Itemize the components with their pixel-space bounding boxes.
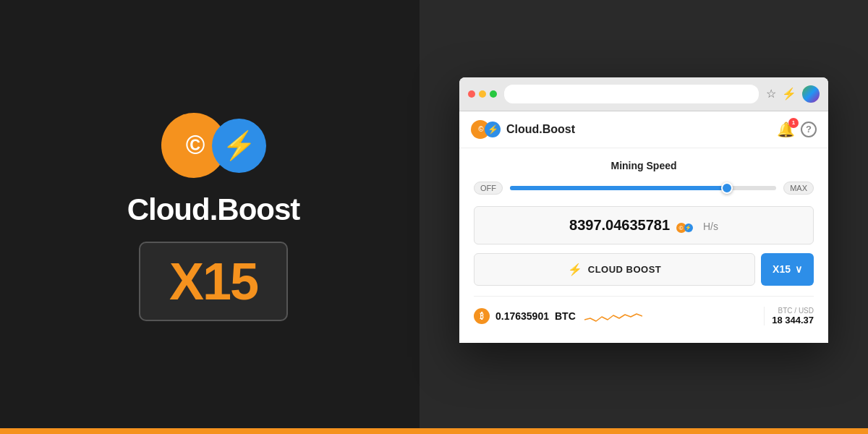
btc-value: 0.17635901 bbox=[495, 310, 549, 322]
x15-multiplier-button[interactable]: X15 ∨ bbox=[761, 253, 814, 286]
popup-header: © ⚡ Cloud.Boost 🔔 1 ? bbox=[459, 111, 828, 148]
slider-thumb[interactable] bbox=[721, 182, 733, 194]
browser-avatar[interactable] bbox=[802, 85, 820, 103]
hashrate-icon: © ⚡ bbox=[676, 223, 693, 233]
sparkline-svg bbox=[584, 304, 642, 326]
cc-icon: © bbox=[185, 130, 202, 161]
sparkline-chart bbox=[584, 304, 755, 328]
btc-usd-value: 18 344.37 bbox=[772, 315, 814, 326]
slider-fill bbox=[510, 186, 728, 190]
close-dot[interactable] bbox=[468, 90, 475, 98]
chevron-down-icon: ∨ bbox=[795, 263, 802, 275]
mini-cc-icon: © bbox=[478, 125, 482, 133]
mining-section: Mining Speed OFF MAX 8397.04635781 bbox=[459, 148, 828, 343]
cloud-boost-button[interactable]: ⚡ CLOUD BOOST bbox=[474, 253, 755, 286]
mini-bolt-icon: ⚡ bbox=[488, 124, 498, 135]
hashrate-value: 8397.04635781 bbox=[569, 217, 670, 233]
logo-container: © ⚡ bbox=[161, 113, 266, 178]
browser-bar: ☆ ⚡ bbox=[459, 77, 828, 111]
btc-balance-row: ₿ 0.17635901 BTC BTC / USD 18 344.37 bbox=[474, 296, 814, 331]
btc-usd-label: BTC / USD bbox=[772, 307, 814, 315]
browser-url-bar[interactable] bbox=[504, 85, 759, 103]
cloud-boost-bolt-icon: ⚡ bbox=[568, 263, 582, 276]
maximize-dot[interactable] bbox=[490, 90, 497, 98]
mining-speed-title: Mining Speed bbox=[474, 160, 814, 171]
left-panel: © ⚡ Cloud.Boost X15 bbox=[0, 0, 427, 434]
btc-circle-icon: ₿ bbox=[474, 308, 490, 324]
hashrate-bolt-icon: ⚡ bbox=[684, 224, 693, 232]
btc-usd-box: BTC / USD 18 344.37 bbox=[764, 307, 814, 326]
logo-blue-circle: ⚡ bbox=[212, 119, 266, 173]
slider-off-label: OFF bbox=[474, 182, 503, 195]
cloud-boost-label: CLOUD BOOST bbox=[588, 264, 662, 275]
x15-text: X15 bbox=[169, 252, 258, 311]
star-icon[interactable]: ☆ bbox=[766, 87, 776, 101]
popup-brand-name: Cloud.Boost bbox=[506, 123, 575, 136]
popup-logo-icon: © ⚡ bbox=[471, 120, 501, 139]
browser-dots bbox=[468, 90, 497, 98]
minimize-dot[interactable] bbox=[479, 90, 486, 98]
btc-amount: ₿ 0.17635901 BTC bbox=[474, 308, 576, 324]
btc-label: BTC bbox=[555, 310, 576, 322]
help-button[interactable]: ? bbox=[801, 122, 817, 137]
hashrate-box: 8397.04635781 © ⚡ H/s bbox=[474, 206, 814, 244]
x15-badge: X15 bbox=[139, 242, 288, 321]
right-panel: ☆ ⚡ © ⚡ Cloud.Boost bbox=[420, 0, 868, 434]
notification-bell[interactable]: 🔔 1 bbox=[777, 121, 795, 138]
hashrate-unit: H/s bbox=[703, 221, 718, 232]
cloud-boost-row: ⚡ CLOUD BOOST X15 ∨ bbox=[474, 253, 814, 286]
x15-btn-label: X15 bbox=[773, 263, 791, 275]
browser-window: ☆ ⚡ © ⚡ Cloud.Boost bbox=[459, 77, 828, 343]
slider-max-label: MAX bbox=[783, 182, 814, 195]
popup-logo: © ⚡ Cloud.Boost bbox=[471, 120, 575, 139]
mining-speed-slider[interactable] bbox=[510, 186, 776, 190]
extension-popup: © ⚡ Cloud.Boost 🔔 1 ? bbox=[459, 111, 828, 343]
notification-badge: 1 bbox=[788, 118, 799, 128]
browser-icons: ☆ ⚡ bbox=[766, 85, 820, 103]
popup-actions: 🔔 1 ? bbox=[777, 121, 817, 138]
speed-slider-container: OFF MAX bbox=[474, 182, 814, 195]
bolt-icon: ⚡ bbox=[222, 129, 256, 161]
extension-bolt-icon[interactable]: ⚡ bbox=[782, 87, 796, 101]
bottom-orange-bar bbox=[0, 428, 868, 434]
mini-blue-circle: ⚡ bbox=[485, 122, 501, 137]
brand-name: Cloud.Boost bbox=[127, 192, 300, 227]
